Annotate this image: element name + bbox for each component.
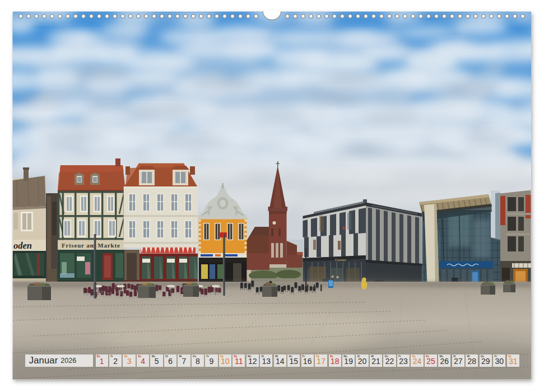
svg-text:Gustav: Gustav [335,258,347,262]
svg-text:Friseur am Markte: Friseur am Markte [62,242,120,249]
svg-text:oden: oden [13,240,32,251]
